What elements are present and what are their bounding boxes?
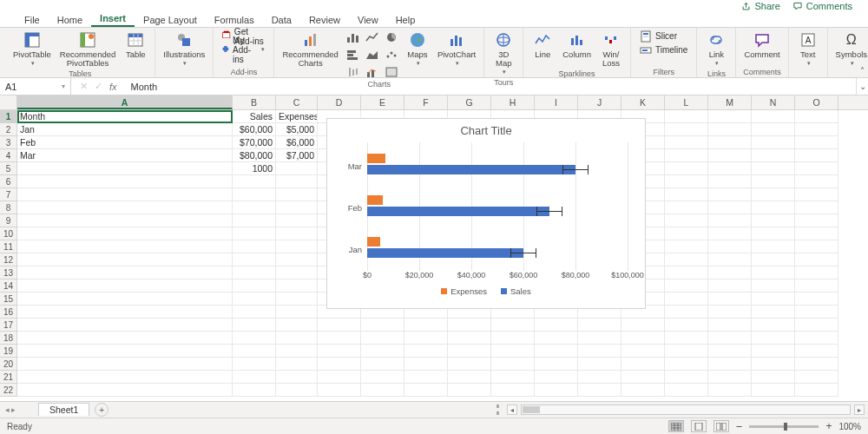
cell-K18[interactable] [621,332,665,345]
chart-legend[interactable]: Expenses Sales [327,283,645,296]
cell-A4[interactable]: Mar [17,149,233,162]
chart-area-button[interactable] [364,47,381,62]
pivottable-button[interactable]: PivotTable [10,30,54,69]
cell-F17[interactable] [404,319,448,332]
row-header-7[interactable]: 7 [0,188,17,201]
cell-C15[interactable] [276,293,318,306]
row-header-4[interactable]: 4 [0,149,17,162]
cell-N17[interactable] [752,319,795,332]
cell-C4[interactable]: $7,000 [276,149,318,162]
col-header-I[interactable]: I [535,95,578,109]
cell-D21[interactable] [318,371,361,384]
cell-M21[interactable] [708,371,752,384]
legend-item-sales[interactable]: Sales [501,286,531,296]
cell-O20[interactable] [795,358,838,371]
cell-M17[interactable] [708,319,752,332]
cell-N16[interactable] [752,306,795,319]
cell-J20[interactable] [578,358,621,371]
cell-H19[interactable] [491,345,535,358]
cell-I22[interactable] [535,384,578,397]
zoom-level[interactable]: 100% [838,422,861,431]
chart-map-button[interactable] [383,64,400,80]
cell-F22[interactable] [404,384,448,397]
cell-A12[interactable] [17,253,233,266]
cell-M14[interactable] [708,279,752,293]
cell-M3[interactable] [708,136,752,149]
row-header-14[interactable]: 14 [0,279,17,293]
cell-L1[interactable] [665,110,708,123]
worksheet[interactable]: ABCDEFGHIJKLMNO 1MonthSalesExpenses2Jan$… [0,95,868,401]
cell-B4[interactable]: $80,000 [233,149,276,162]
cell-M4[interactable] [708,149,752,162]
cell-L22[interactable] [665,384,708,397]
cell-L16[interactable] [665,306,708,319]
cell-O8[interactable] [795,201,838,214]
cell-M8[interactable] [708,201,752,214]
col-header-N[interactable]: N [752,95,795,109]
cell-B16[interactable] [233,306,276,319]
cell-K20[interactable] [621,358,665,371]
cell-A10[interactable] [17,227,233,240]
cell-N18[interactable] [752,332,795,345]
cell-N10[interactable] [752,227,795,240]
row-header-11[interactable]: 11 [0,240,17,253]
cell-B8[interactable] [233,201,276,214]
cell-E20[interactable] [361,358,404,371]
cell-B20[interactable] [233,358,276,371]
col-header-D[interactable]: D [318,95,361,109]
cell-O14[interactable] [795,279,838,293]
hscroll-track[interactable] [521,404,851,415]
timeline-button[interactable]: Timeline [636,43,691,56]
cell-B6[interactable] [233,175,276,188]
cell-J17[interactable] [578,319,621,332]
cell-L19[interactable] [665,345,708,358]
cell-A11[interactable] [17,240,233,253]
row-header-19[interactable]: 19 [0,345,17,358]
cell-A6[interactable] [17,175,233,188]
tab-split-handle[interactable] [496,404,502,415]
tab-formulas[interactable]: Formulas [206,13,263,27]
cell-L20[interactable] [665,358,708,371]
cell-C2[interactable]: $5,000 [276,123,318,136]
hscroll-thumb[interactable] [523,406,540,413]
3dmap-button[interactable]: 3D Map [490,30,517,78]
cell-O7[interactable] [795,188,838,201]
cell-L10[interactable] [665,227,708,240]
cell-J19[interactable] [578,345,621,358]
bar-expenses[interactable] [367,195,383,205]
row-header-2[interactable]: 2 [0,123,17,136]
bar-expenses[interactable] [367,154,385,163]
cell-D22[interactable] [318,384,361,397]
col-header-A[interactable]: A [17,95,233,109]
sheet-tab-sheet1[interactable]: Sheet1 [38,403,89,416]
cell-N21[interactable] [752,371,795,384]
cell-D17[interactable] [318,319,361,332]
cell-O18[interactable] [795,332,838,345]
chart-stock-button[interactable] [345,64,362,80]
pivotchart-button[interactable]: PivotChart [435,30,478,69]
cell-F18[interactable] [404,332,448,345]
bar-sales[interactable] [367,165,575,174]
cell-O12[interactable] [795,253,838,266]
cell-B5[interactable]: 1000 [233,162,276,175]
cell-A5[interactable] [17,162,233,175]
cell-L4[interactable] [665,149,708,162]
cell-H22[interactable] [491,384,535,397]
cell-B11[interactable] [233,240,276,253]
cell-K17[interactable] [621,319,665,332]
cell-M22[interactable] [708,384,752,397]
cell-H20[interactable] [491,358,535,371]
cell-N6[interactable] [752,175,795,188]
col-header-K[interactable]: K [621,95,665,109]
cell-A21[interactable] [17,371,233,384]
cell-G21[interactable] [448,371,491,384]
row-header-10[interactable]: 10 [0,227,17,240]
cancel-icon[interactable]: ✕ [80,81,88,92]
chart-bar-button[interactable] [345,47,362,62]
cell-I21[interactable] [535,371,578,384]
chart-combo-button[interactable] [364,64,381,80]
col-header-F[interactable]: F [404,95,448,109]
cell-J18[interactable] [578,332,621,345]
row-header-20[interactable]: 20 [0,358,17,371]
cell-A19[interactable] [17,345,233,358]
